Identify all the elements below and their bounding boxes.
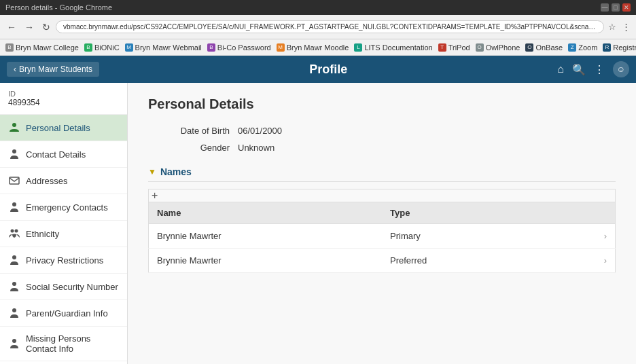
maximize-button[interactable]: □ bbox=[612, 3, 620, 12]
bookmark-registrar[interactable]: R Registrar | Bryn Ma... bbox=[603, 43, 636, 52]
phone-icon bbox=[8, 148, 20, 160]
name-value-0: Brynnie Mawrter bbox=[149, 224, 383, 249]
name-value-1: Brynnie Mawrter bbox=[149, 249, 383, 273]
close-button[interactable]: ✕ bbox=[622, 3, 631, 12]
browser-titlebar: Person details - Google Chrome — □ ✕ bbox=[0, 0, 636, 15]
add-name-button[interactable]: + bbox=[149, 189, 160, 202]
sidebar-item-missing-persons[interactable]: Missing Persons Contact Info bbox=[0, 327, 127, 361]
sidebar-item-parent-guardian[interactable]: Parent/Guardian Info bbox=[0, 300, 127, 327]
bookmark-tripod[interactable]: T TriPod bbox=[438, 43, 470, 52]
sidebar-item-emergency-contacts[interactable]: Emergency Contacts bbox=[0, 194, 127, 221]
svg-point-6 bbox=[12, 255, 16, 259]
bookmark-bico[interactable]: B Bi-Co Password bbox=[207, 43, 271, 52]
forward-button[interactable]: → bbox=[22, 20, 37, 34]
svg-point-1 bbox=[12, 149, 16, 153]
back-to-students-button[interactable]: ‹ Bryn Mawr Students bbox=[7, 62, 99, 77]
sidebar-item-label-missing: Missing Persons Contact Info bbox=[26, 333, 119, 354]
bookmark-onbase[interactable]: O OnBase bbox=[525, 43, 563, 52]
sidebar: ID 4899354 Personal Details Contact Deta… bbox=[0, 83, 128, 364]
chevron-left-icon: ‹ bbox=[14, 65, 16, 74]
mail-icon bbox=[8, 175, 20, 187]
bookmark-bryn-mawr[interactable]: B Bryn Mawr College bbox=[5, 43, 79, 52]
bookmark-favicon-webmail: M bbox=[125, 43, 133, 52]
sidebar-item-contact-details[interactable]: Contact Details bbox=[0, 141, 127, 168]
header-title: Profile bbox=[99, 62, 557, 77]
arrow-column-header bbox=[592, 202, 615, 224]
back-button[interactable]: ← bbox=[4, 20, 19, 34]
sidebar-item-label-privacy: Privacy Restrictions bbox=[26, 255, 103, 266]
bookmark-webmail[interactable]: M Bryn Mawr Webmail bbox=[125, 43, 202, 52]
names-row-0[interactable]: Brynnie Mawrter Primary › bbox=[149, 224, 616, 249]
sidebar-item-ethnicity[interactable]: Ethnicity bbox=[0, 221, 127, 247]
sidebar-item-forwarding-address[interactable]: Forwarding Address bbox=[0, 361, 127, 364]
window-controls[interactable]: — □ ✕ bbox=[601, 3, 631, 12]
search-icon[interactable]: 🔍 bbox=[572, 63, 586, 76]
main-layout: ID 4899354 Personal Details Contact Deta… bbox=[0, 83, 636, 364]
reload-button[interactable]: ↻ bbox=[39, 20, 53, 34]
address-bar[interactable] bbox=[56, 20, 604, 33]
bookmark-bionic[interactable]: B BiONiC bbox=[84, 43, 120, 52]
names-section-label: Names bbox=[160, 166, 192, 177]
bookmark-favicon-owlphone: O bbox=[476, 43, 484, 52]
gender-label: Gender bbox=[148, 143, 230, 153]
id-label: ID bbox=[8, 90, 119, 98]
sidebar-item-label-parent: Parent/Guardian Info bbox=[26, 308, 108, 318]
bookmark-favicon-tripod: T bbox=[438, 43, 446, 52]
bookmark-star-icon[interactable]: ☆ bbox=[607, 20, 618, 33]
svg-point-3 bbox=[12, 202, 16, 206]
bookmark-moodle[interactable]: M Bryn Mawr Moodle bbox=[277, 43, 349, 52]
svg-point-9 bbox=[12, 339, 16, 343]
user-circle-icon[interactable]: ☺ bbox=[613, 61, 629, 77]
bookmark-favicon-moodle: M bbox=[277, 43, 285, 52]
back-label: Bryn Mawr Students bbox=[19, 65, 92, 74]
bookmarks-bar: B Bryn Mawr College B BiONiC M Bryn Mawr… bbox=[0, 39, 636, 56]
user-id-section: ID 4899354 bbox=[0, 83, 127, 115]
content-area: Personal Details Date of Birth 06/01/200… bbox=[128, 83, 636, 364]
svg-point-7 bbox=[12, 282, 16, 286]
bookmark-favicon-bico: B bbox=[207, 43, 215, 52]
bookmark-favicon-lits: L bbox=[354, 43, 362, 52]
names-toggle-icon[interactable]: ▼ bbox=[148, 167, 156, 177]
sidebar-item-label-personal: Personal Details bbox=[26, 123, 90, 133]
minimize-button[interactable]: — bbox=[601, 3, 609, 12]
browser-action-icons: ☆ ⋮ bbox=[607, 20, 632, 33]
bookmark-favicon-onbase: O bbox=[525, 43, 533, 52]
home-icon[interactable]: ⌂ bbox=[557, 63, 564, 75]
missing-person-icon bbox=[8, 338, 20, 350]
emergency-icon bbox=[8, 201, 20, 213]
names-table-header: Name Type bbox=[149, 202, 616, 224]
svg-point-5 bbox=[15, 230, 18, 233]
names-table: + Name Type Brynnie Mawrter Primary › Br… bbox=[148, 189, 616, 273]
dob-field-row: Date of Birth 06/01/2000 bbox=[148, 126, 616, 136]
type-column-header: Type bbox=[382, 202, 592, 224]
lock-icon bbox=[8, 254, 20, 266]
gender-field-row: Gender Unknown bbox=[148, 143, 616, 153]
names-section-header: ▼ Names bbox=[148, 166, 616, 182]
row-arrow-0: › bbox=[592, 224, 615, 249]
bookmark-zoom[interactable]: Z Zoom bbox=[568, 43, 597, 52]
id-value: 4899354 bbox=[8, 98, 119, 107]
names-row-1[interactable]: Brynnie Mawrter Preferred › bbox=[149, 249, 616, 273]
menu-dots-icon[interactable]: ⋮ bbox=[594, 63, 605, 76]
svg-point-8 bbox=[12, 308, 16, 312]
sidebar-item-label-ssn: Social Security Number bbox=[26, 282, 118, 292]
gender-value: Unknown bbox=[238, 143, 275, 153]
browser-tab-title: Person details - Google Chrome bbox=[5, 3, 112, 12]
sidebar-item-addresses[interactable]: Addresses bbox=[0, 168, 127, 194]
sidebar-item-privacy[interactable]: Privacy Restrictions bbox=[0, 247, 127, 274]
sidebar-item-ssn[interactable]: Social Security Number bbox=[0, 274, 127, 300]
add-name-row: + bbox=[149, 189, 616, 202]
bookmark-favicon-zoom: Z bbox=[568, 43, 576, 52]
sidebar-item-label-contact: Contact Details bbox=[26, 149, 86, 160]
person-icon bbox=[8, 122, 20, 134]
parent-icon bbox=[8, 307, 20, 319]
bookmark-favicon-registrar: R bbox=[603, 43, 611, 52]
page-title: Personal Details bbox=[148, 96, 616, 112]
sidebar-item-personal-details[interactable]: Personal Details bbox=[0, 115, 127, 141]
bookmark-owlphone[interactable]: O OwlPhone bbox=[476, 43, 520, 52]
browser-toolbar: ← → ↻ ☆ ⋮ bbox=[0, 15, 636, 39]
type-value-0: Primary bbox=[382, 224, 592, 249]
browser-menu-icon[interactable]: ⋮ bbox=[620, 20, 632, 33]
svg-rect-2 bbox=[10, 177, 19, 184]
bookmark-lits[interactable]: L LITS Documentation bbox=[354, 43, 432, 52]
